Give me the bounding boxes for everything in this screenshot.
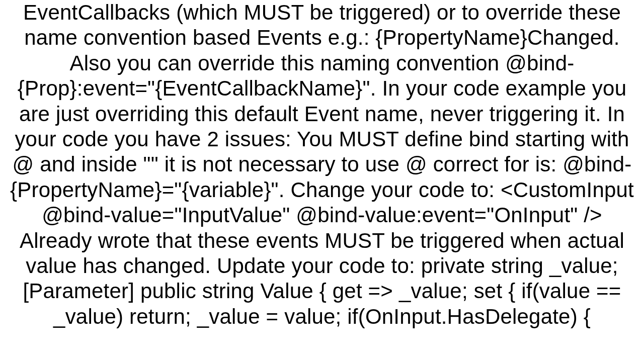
document-text: EventCallbacks (which MUST be triggered)… bbox=[10, 1, 634, 328]
document-body: EventCallbacks (which MUST be triggered)… bbox=[0, 0, 644, 329]
